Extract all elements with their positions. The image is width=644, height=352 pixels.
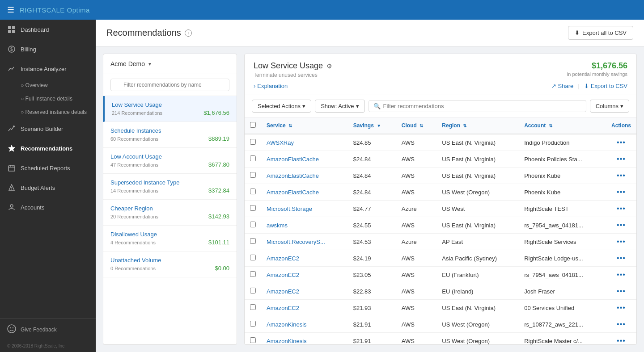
row-checkbox-6[interactable] [250,238,256,244]
row-checkbox-2[interactable] [250,172,256,178]
row-actions[interactable]: ••• [606,184,636,201]
svg-rect-3 [12,30,15,33]
row-actions-dots[interactable]: ••• [617,238,626,245]
row-service[interactable]: AmazonEC2 [261,267,348,283]
sidebar-item-instance-analyzer[interactable]: Instance Analyzer [0,59,96,79]
sidebar-item-full-instance-details[interactable]: ○ Full instance details [0,92,96,105]
give-feedback-button[interactable]: Give Feedback [0,318,96,340]
row-service[interactable]: AmazonKinesis [261,316,348,333]
sidebar-item-dashboard[interactable]: Dashboard [0,20,96,39]
row-service[interactable]: AmazonEC2 [261,283,348,300]
row-actions-dots[interactable]: ••• [617,155,626,163]
sidebar-item-reserved-instance-details[interactable]: ○ Reserved instance details [0,105,96,119]
row-actions-dots[interactable]: ••• [617,304,626,311]
row-checkbox-10[interactable] [250,304,256,310]
row-actions[interactable]: ••• [606,333,636,345]
row-actions-dots[interactable]: ••• [617,287,626,295]
gear-icon[interactable]: ⚙ [326,63,332,70]
table-filter-search[interactable]: 🔍 [369,100,586,112]
explanation-link[interactable]: › Explanation [254,83,288,89]
row-checkbox-cell [245,151,261,168]
sidebar-item-scheduled-reports[interactable]: Scheduled Reports [0,158,96,178]
col-region[interactable]: Region ⇅ [436,117,519,134]
sidebar-item-billing[interactable]: $ Billing [0,39,96,59]
account-selector[interactable]: Acme Demo ▼ [103,54,237,74]
info-icon[interactable]: i [185,29,192,37]
table-filter-input[interactable] [383,103,581,109]
row-checkbox-7[interactable] [250,255,256,260]
col-service[interactable]: Service ⇅ [261,117,348,134]
col-savings[interactable]: Savings ▼ [348,117,396,134]
row-service[interactable]: awskms [261,217,348,234]
row-actions-dots[interactable]: ••• [617,221,626,229]
row-actions[interactable]: ••• [606,283,636,300]
rec-item-count: 20 Recommendations [110,214,158,219]
row-checkbox-0[interactable] [250,139,256,145]
row-checkbox-8[interactable] [250,271,256,277]
row-actions-dots[interactable]: ••• [617,320,626,328]
row-checkbox-11[interactable] [250,321,256,327]
filter-input[interactable] [110,79,229,91]
selected-actions-button[interactable]: Selected Actions ▾ [252,100,311,113]
sidebar-item-recommendations[interactable]: Recommendations [0,138,96,158]
row-checkbox-cell [245,201,261,217]
row-service[interactable]: AmazonElastiCache [261,151,348,168]
select-all-header [245,117,261,134]
row-service[interactable]: AmazonElastiCache [261,168,348,184]
row-checkbox-4[interactable] [250,205,256,211]
row-actions[interactable]: ••• [606,300,636,316]
row-service[interactable]: AmazonElastiCache [261,184,348,201]
row-actions-dots[interactable]: ••• [617,172,626,179]
row-actions[interactable]: ••• [606,168,636,184]
export-csv-button[interactable]: ⬇ Export to CSV [584,83,627,89]
row-checkbox-12[interactable] [250,337,256,343]
row-actions[interactable]: ••• [606,217,636,234]
recommendation-item-3[interactable]: Superseded Instance Type 14 Recommendati… [103,174,237,200]
row-actions-dots[interactable]: ••• [617,254,626,262]
recommendation-item-6[interactable]: Unattached Volume 0 Recommendations $0.0… [103,251,237,277]
row-actions[interactable]: ••• [606,267,636,283]
menu-icon[interactable]: ☰ [7,5,14,15]
col-account[interactable]: Account ⇅ [519,117,606,134]
row-service[interactable]: AmazonEC2 [261,250,348,267]
row-actions-dots[interactable]: ••• [617,188,626,196]
row-service[interactable]: AmazonKinesis [261,333,348,345]
rec-item-count: 214 Recommendations [112,110,162,116]
row-actions[interactable]: ••• [606,201,636,217]
table-row: AmazonEC2 $23.05 AWS EU (Frankfurt) rs_7… [245,267,636,283]
sidebar-item-accounts[interactable]: Accounts [0,197,96,217]
recommendation-item-1[interactable]: Schedule Instances 60 Recommendations $8… [103,122,237,148]
row-service[interactable]: AmazonEC2 [261,300,348,316]
sort-icon-service: ⇅ [288,123,292,128]
show-active-button[interactable]: Show: Active ▾ [315,100,364,113]
row-actions-dots[interactable]: ••• [617,205,626,212]
share-button[interactable]: ↗ Share [551,83,574,89]
recommendation-item-5[interactable]: Disallowed Usage 4 Recommendations $101.… [103,226,237,251]
sidebar-item-scheduled-label: Scheduled Reports [21,165,70,172]
sidebar-item-scenario-builder[interactable]: Scenario Builder [0,119,96,138]
row-checkbox-9[interactable] [250,288,256,293]
row-actions[interactable]: ••• [606,234,636,250]
row-checkbox-5[interactable] [250,222,256,227]
row-service[interactable]: Microsoft.Storage [261,201,348,217]
row-service[interactable]: Microsoft.RecoveryS... [261,234,348,250]
select-all-checkbox[interactable] [250,122,256,128]
recommendation-item-2[interactable]: Low Account Usage 47 Recommendations $67… [103,148,237,174]
row-actions-dots[interactable]: ••• [617,138,626,146]
row-checkbox-1[interactable] [250,155,256,161]
col-cloud[interactable]: Cloud ⇅ [396,117,437,134]
row-checkbox-3[interactable] [250,189,256,194]
sidebar-item-overview[interactable]: ○ Overview [0,79,96,92]
recommendation-item-4[interactable]: Cheaper Region 20 Recommendations $142.9… [103,200,237,226]
sidebar-item-budget-alerts[interactable]: Budget Alerts [0,178,96,197]
recommendation-item-0[interactable]: Low Service Usage 214 Recommendations $1… [103,96,237,122]
row-actions[interactable]: ••• [606,151,636,168]
row-actions[interactable]: ••• [606,134,636,151]
columns-button[interactable]: Columns ▾ [590,100,629,113]
row-actions-dots[interactable]: ••• [617,337,626,344]
row-actions[interactable]: ••• [606,316,636,333]
row-service[interactable]: AWSXRay [261,134,348,151]
row-actions[interactable]: ••• [606,250,636,267]
export-all-button[interactable]: ⬇ Export all to CSV [568,26,633,40]
row-actions-dots[interactable]: ••• [617,271,626,278]
